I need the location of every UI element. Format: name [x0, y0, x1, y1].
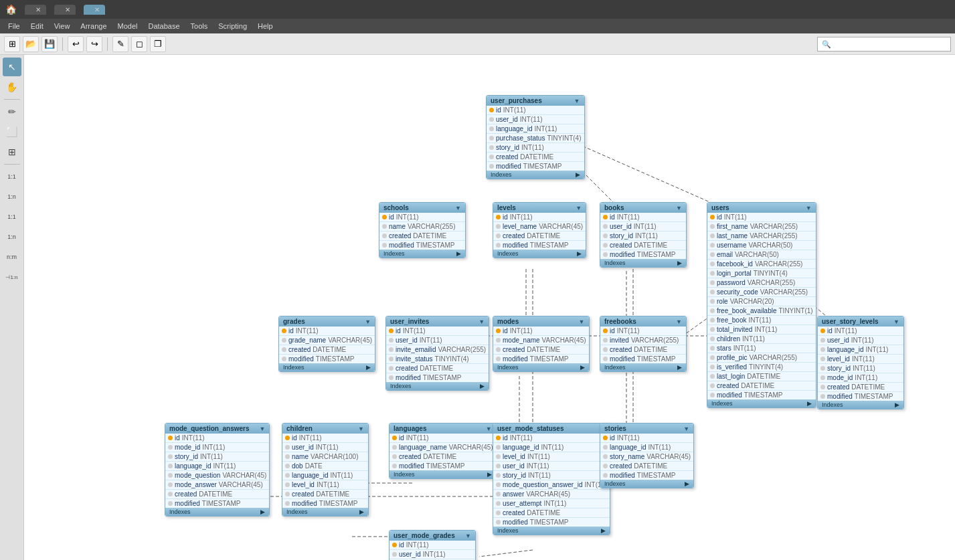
table-dropdown-grades[interactable]: ▼	[365, 318, 371, 325]
table-footer-user_story_levels[interactable]: Indexes▶	[818, 401, 903, 409]
table-footer-schools[interactable]: Indexes▶	[379, 250, 465, 258]
table-footer-books[interactable]: Indexes▶	[600, 259, 686, 267]
indexes-arrow[interactable]: ▶	[685, 480, 689, 487]
tool-rel11b[interactable]: 1:1	[3, 207, 21, 226]
canvas[interactable]: user_purchases▼id INT(11)user_id INT(11)…	[24, 55, 955, 560]
open-button[interactable]: 📂	[23, 36, 39, 52]
table-grades[interactable]: grades▼id INT(11)grade_name VARCHAR(45)c…	[278, 316, 375, 372]
tool-rectangle[interactable]: ⬜	[3, 122, 21, 141]
table-books[interactable]: books▼id INT(11)user_id INT(11)story_id …	[600, 202, 687, 268]
save-button[interactable]: 💾	[41, 36, 58, 52]
tab-close-mysql[interactable]: ✕	[35, 6, 41, 13]
table-languages[interactable]: languages▼id INT(11)language_name VARCHA…	[389, 423, 497, 479]
table-mode_question_answers[interactable]: mode_question_answers▼id INT(11)mode_id …	[165, 423, 270, 517]
table-footer-user_purchases[interactable]: Indexes▶	[487, 171, 584, 179]
table-modes[interactable]: modes▼id INT(11)mode_name VARCHAR(45)cre…	[493, 316, 590, 372]
column-type: INT(11)	[617, 434, 640, 442]
tool-rel1nc[interactable]: ⊣1:n	[3, 268, 21, 286]
menu-database[interactable]: Database	[143, 21, 185, 31]
tool-rel1n[interactable]: 1:n	[3, 187, 21, 206]
table-dropdown-user_invites[interactable]: ▼	[479, 318, 485, 325]
table-dropdown-modes[interactable]: ▼	[579, 318, 585, 325]
home-icon[interactable]: 🏠	[5, 4, 17, 15]
indexes-arrow[interactable]: ▶	[577, 250, 582, 257]
table-footer-mode_question_answers[interactable]: Indexes▶	[165, 508, 269, 516]
indexes-arrow[interactable]: ▶	[601, 527, 606, 534]
indexes-arrow[interactable]: ▶	[480, 383, 485, 389]
indexes-arrow[interactable]: ▶	[456, 250, 461, 257]
table-stories[interactable]: stories▼id INT(11)language_id INT(11)sto…	[600, 423, 694, 488]
tool-rel11[interactable]: 1:1	[3, 167, 21, 186]
table-user_mode_statuses[interactable]: user_mode_statuses▼id INT(11)language_id…	[493, 423, 610, 535]
menu-model[interactable]: Model	[112, 21, 143, 31]
table-footer-children[interactable]: Indexes▶	[282, 508, 368, 516]
tab-eer[interactable]: ✕	[84, 5, 105, 15]
tool-table[interactable]: ⊞	[3, 143, 21, 161]
tab-mysql[interactable]: ✕	[25, 5, 46, 15]
menu-help[interactable]: Help	[252, 21, 278, 31]
tab-close-eer[interactable]: ✕	[94, 6, 100, 13]
table-footer-languages[interactable]: Indexes▶	[389, 470, 496, 478]
tab-close-model[interactable]: ✕	[65, 6, 70, 13]
menu-view[interactable]: View	[49, 21, 76, 31]
indexes-arrow[interactable]: ▶	[895, 401, 899, 408]
table-dropdown-user_mode_grades[interactable]: ▼	[465, 533, 471, 539]
table-children[interactable]: children▼id INT(11)user_id INT(11)name V…	[282, 423, 369, 517]
table-dropdown-stories[interactable]: ▼	[683, 426, 689, 432]
copy-button[interactable]: ❐	[150, 36, 166, 52]
table-footer-modes[interactable]: Indexes▶	[493, 363, 589, 371]
table-footer-levels[interactable]: Indexes▶	[493, 250, 586, 258]
table-users[interactable]: users▼id INT(11)first_name VARCHAR(255)l…	[707, 202, 816, 408]
edit-button[interactable]: ✎	[112, 36, 128, 52]
table-user_purchases[interactable]: user_purchases▼id INT(11)user_id INT(11)…	[486, 95, 585, 179]
table-dropdown-books[interactable]: ▼	[676, 205, 682, 211]
menu-arrange[interactable]: Arrange	[75, 21, 112, 31]
menu-file[interactable]: File	[3, 21, 25, 31]
table-dropdown-languages[interactable]: ▼	[486, 426, 492, 432]
table-freebooks[interactable]: freebooks▼id INT(11)invited VARCHAR(255)…	[600, 316, 687, 372]
menu-edit[interactable]: Edit	[25, 21, 49, 31]
table-dropdown-users[interactable]: ▼	[806, 205, 812, 211]
table-dropdown-user_purchases[interactable]: ▼	[574, 98, 580, 104]
search-input[interactable]	[817, 37, 951, 52]
select-button[interactable]: ◻	[131, 36, 147, 52]
table-footer-grades[interactable]: Indexes▶	[279, 363, 375, 371]
indexes-arrow[interactable]: ▶	[260, 508, 265, 515]
table-footer-user_mode_statuses[interactable]: Indexes▶	[493, 527, 610, 535]
table-footer-users[interactable]: Indexes▶	[707, 399, 816, 407]
menu-scripting[interactable]: Scripting	[213, 21, 252, 31]
indexes-arrow[interactable]: ▶	[359, 508, 364, 515]
table-user_invites[interactable]: user_invites▼id INT(11)user_id INT(11)in…	[385, 316, 489, 391]
tool-select[interactable]: ↖	[3, 58, 21, 76]
indexes-arrow[interactable]: ▶	[580, 364, 585, 371]
tool-pencil[interactable]: ✏	[3, 102, 21, 121]
table-footer-freebooks[interactable]: Indexes▶	[600, 363, 686, 371]
table-dropdown-children[interactable]: ▼	[358, 426, 364, 432]
table-user_story_levels[interactable]: user_story_levels▼id INT(11)user_id INT(…	[817, 316, 904, 409]
table-user_mode_grades[interactable]: user_mode_grades▼id INT(11)user_id INT(1…	[389, 530, 476, 560]
table-levels[interactable]: levels▼id INT(11)level_name VARCHAR(45)c…	[493, 202, 586, 258]
indexes-arrow[interactable]: ▶	[677, 260, 682, 266]
indexes-arrow[interactable]: ▶	[487, 471, 492, 478]
indexes-arrow[interactable]: ▶	[576, 171, 580, 178]
table-dropdown-levels[interactable]: ▼	[576, 205, 582, 211]
table-dropdown-freebooks[interactable]: ▼	[676, 318, 682, 325]
table-dropdown-mode_question_answers[interactable]: ▼	[259, 426, 265, 432]
table-footer-user_invites[interactable]: Indexes▶	[386, 382, 489, 390]
indexes-arrow[interactable]: ▶	[366, 364, 371, 371]
new-button[interactable]: ⊞	[4, 36, 20, 52]
table-footer-stories[interactable]: Indexes▶	[600, 480, 693, 488]
tool-relnm[interactable]: n:m	[3, 248, 21, 266]
column-name: modified	[399, 462, 424, 470]
undo-button[interactable]: ↩	[68, 36, 84, 52]
indexes-arrow[interactable]: ▶	[677, 364, 682, 371]
menu-tools[interactable]: Tools	[185, 21, 213, 31]
tab-model[interactable]: ✕	[54, 5, 76, 15]
table-dropdown-user_story_levels[interactable]: ▼	[893, 318, 899, 325]
tool-rel1nb[interactable]: 1:n	[3, 227, 21, 246]
tool-hand[interactable]: ✋	[3, 78, 21, 96]
indexes-arrow[interactable]: ▶	[807, 400, 812, 407]
table-schools[interactable]: schools▼id INT(11)name VARCHAR(255)creat…	[379, 202, 466, 258]
redo-button[interactable]: ↪	[86, 36, 102, 52]
table-dropdown-schools[interactable]: ▼	[455, 205, 461, 211]
